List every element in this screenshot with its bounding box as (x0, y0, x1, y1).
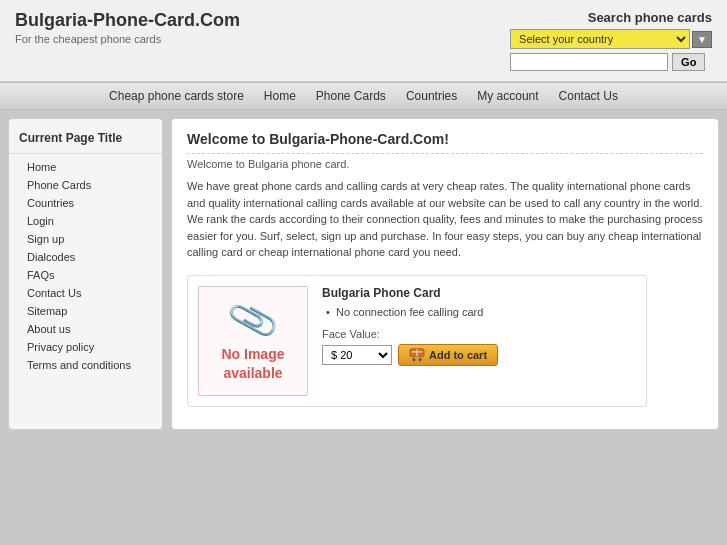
sidebar-item-sitemap[interactable]: Sitemap (9, 302, 162, 320)
nav-phone-cards[interactable]: Phone Cards (316, 89, 386, 103)
add-to-cart-button[interactable]: Add to cart (398, 344, 498, 366)
face-value-section: Face Value: $ 20 (322, 328, 636, 366)
no-image-text: No Image available (221, 345, 284, 381)
country-select-arrow-button[interactable]: ▼ (692, 31, 712, 48)
nav-bar: Cheap phone cards store Home Phone Cards… (0, 82, 727, 110)
product-card: 📎 No Image available Bulgaria Phone Card… (187, 275, 647, 407)
sidebar-item-login[interactable]: Login (9, 212, 162, 230)
country-select[interactable]: Select your country (510, 29, 690, 49)
paperclip-icon: 📎 (225, 293, 282, 348)
sidebar-item-dialcodes[interactable]: Dialcodes (9, 248, 162, 266)
sidebar-item-phone-cards[interactable]: Phone Cards (9, 176, 162, 194)
page-heading: Welcome to Bulgaria-Phone-Card.Com! (187, 131, 703, 154)
site-title: Bulgaria-Phone-Card.Com (15, 10, 240, 31)
search-input[interactable] (510, 53, 668, 71)
main-content: Welcome to Bulgaria-Phone-Card.Com! Welc… (171, 118, 719, 430)
sidebar-item-about-us[interactable]: About us (9, 320, 162, 338)
sidebar-title: Current Page Title (9, 127, 162, 154)
main-layout: Current Page Title Home Phone Cards Coun… (8, 118, 719, 430)
search-label: Search phone cards (510, 10, 712, 25)
svg-point-1 (412, 358, 415, 361)
header-search: Search phone cards Select your country ▼… (510, 10, 712, 71)
sidebar-item-faqs[interactable]: FAQs (9, 266, 162, 284)
content-description: We have great phone cards and calling ca… (187, 178, 703, 261)
nav-cheap-store[interactable]: Cheap phone cards store (109, 89, 244, 103)
nav-countries[interactable]: Countries (406, 89, 457, 103)
nav-home[interactable]: Home (264, 89, 296, 103)
nav-my-account[interactable]: My account (477, 89, 538, 103)
welcome-sub: Welcome to Bulgaria phone card. (187, 158, 703, 170)
sidebar-item-terms[interactable]: Terms and conditions (9, 356, 162, 374)
sidebar-item-sign-up[interactable]: Sign up (9, 230, 162, 248)
face-value-label: Face Value: (322, 328, 636, 340)
add-to-cart-label: Add to cart (429, 349, 487, 361)
amount-select[interactable]: $ 20 (322, 345, 392, 365)
header-branding: Bulgaria-Phone-Card.Com For the cheapest… (15, 10, 240, 45)
search-row: Go (510, 53, 712, 71)
site-tagline: For the cheapest phone cards (15, 33, 240, 45)
product-image-placeholder: 📎 No Image available (198, 286, 308, 396)
sidebar-item-home[interactable]: Home (9, 158, 162, 176)
svg-point-2 (419, 358, 422, 361)
sidebar-item-contact-us[interactable]: Contact Us (9, 284, 162, 302)
product-info: Bulgaria Phone Card No connection fee ca… (322, 286, 636, 396)
cart-icon (409, 348, 425, 362)
sidebar: Current Page Title Home Phone Cards Coun… (8, 118, 163, 430)
product-name: Bulgaria Phone Card (322, 286, 636, 300)
product-feature: No connection fee calling card (322, 306, 636, 318)
go-button[interactable]: Go (672, 53, 705, 71)
face-value-row: $ 20 Add to cart (322, 344, 636, 366)
country-select-row: Select your country ▼ (510, 29, 712, 49)
site-header: Bulgaria-Phone-Card.Com For the cheapest… (0, 0, 727, 82)
sidebar-item-privacy-policy[interactable]: Privacy policy (9, 338, 162, 356)
nav-contact-us[interactable]: Contact Us (559, 89, 618, 103)
sidebar-item-countries[interactable]: Countries (9, 194, 162, 212)
